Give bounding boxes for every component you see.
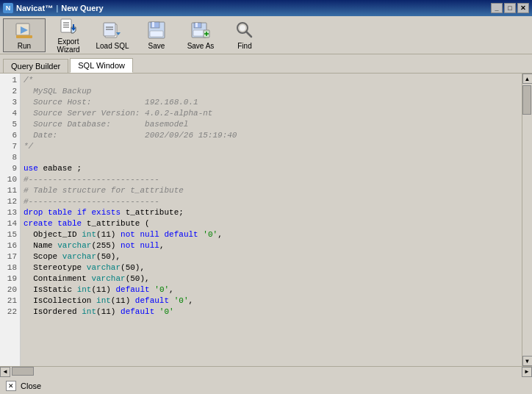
export-wizard-label: Export Wizard — [49, 37, 87, 54]
title-buttons: _ □ ✕ — [491, 3, 529, 13]
maximize-button[interactable]: □ — [504, 3, 516, 13]
code-line: #--------------------------- — [24, 174, 519, 185]
find-icon — [234, 21, 255, 40]
code-line: */ — [24, 141, 519, 152]
code-line: #--------------------------- — [24, 196, 519, 207]
run-label: Run — [18, 42, 31, 50]
tabs-bar: Query Builder SQL Window — [0, 54, 532, 74]
code-line: # Table structure for t_attribute — [24, 185, 519, 196]
status-bar: ✕ Close — [0, 376, 532, 394]
scrollbar-track[interactable] — [522, 84, 533, 356]
svg-rect-16 — [151, 22, 159, 28]
save-as-label: Save As — [187, 42, 215, 50]
svg-rect-21 — [195, 23, 198, 27]
code-line: Source Host: 192.168.0.1 — [24, 97, 519, 108]
code-line: drop table if exists t_attribute; — [24, 207, 519, 218]
load-sql-icon — [102, 21, 123, 40]
scrollbar-h-thumb[interactable] — [12, 367, 34, 376]
code-line: Source Server Version: 4.0.2-alpha-nt — [24, 108, 519, 119]
save-label: Save — [148, 42, 165, 50]
code-line: IsOrdered int(11) default '0' — [24, 307, 519, 318]
title-separator: | — [56, 4, 58, 12]
code-line: /* — [24, 75, 519, 86]
code-line: Scope varchar(50), — [24, 251, 519, 262]
svg-rect-17 — [152, 22, 154, 27]
save-button[interactable]: Save — [135, 18, 178, 52]
scroll-down-button[interactable]: ▼ — [522, 356, 533, 366]
editor-row: 12345678910111213141516171819202122 /* M… — [0, 74, 532, 366]
svg-rect-18 — [150, 31, 163, 37]
find-label: Find — [237, 42, 251, 50]
code-line — [24, 152, 519, 163]
title-bar-left: N Navicat™ | New Query — [3, 3, 104, 13]
title-bar: N Navicat™ | New Query _ □ ✕ — [0, 0, 532, 16]
svg-rect-2 — [16, 35, 32, 38]
svg-point-28 — [240, 25, 245, 31]
close-button[interactable]: ✕ — [517, 3, 529, 13]
svg-rect-3 — [61, 19, 71, 32]
code-line: IsStatic int(11) default '0', — [24, 284, 519, 296]
app-name: Navicat™ — [16, 4, 53, 12]
scrollbar-h-track[interactable] — [10, 367, 522, 377]
vertical-scrollbar: ▲ ▼ — [522, 74, 532, 366]
load-sql-button[interactable]: Load SQL — [91, 18, 134, 52]
code-line: Name varchar(255) not null, — [24, 240, 519, 251]
horizontal-scrollbar: ◄ ► — [0, 366, 532, 376]
code-line: IsCollection int(11) default '0', — [24, 296, 519, 307]
main-area: 12345678910111213141516171819202122 /* M… — [0, 74, 532, 376]
scroll-right-button[interactable]: ► — [522, 367, 532, 377]
minimize-button[interactable]: _ — [491, 3, 503, 13]
code-line: use eabase ; — [24, 163, 519, 174]
code-line: Object_ID int(11) not null default '0', — [24, 229, 519, 240]
tab-sql-window[interactable]: SQL Window — [70, 58, 133, 73]
code-line: Date: 2002/09/26 15:19:40 — [24, 130, 519, 141]
code-line: Containment varchar(50), — [24, 273, 519, 284]
save-as-button[interactable]: Save As — [179, 18, 222, 52]
close-icon: ✕ — [6, 381, 16, 391]
scroll-left-button[interactable]: ◄ — [0, 367, 10, 377]
code-editor[interactable]: /* MySQL Backup Source Host: 192.168.0.1… — [21, 74, 522, 366]
code-line: Source Database: basemodel — [24, 119, 519, 130]
find-button[interactable]: Find — [223, 18, 266, 52]
code-line: Stereotype varchar(50), — [24, 262, 519, 273]
save-icon — [146, 21, 167, 40]
tab-query-builder[interactable]: Query Builder — [3, 59, 68, 73]
close-label[interactable]: Close — [21, 382, 41, 390]
scrollbar-thumb[interactable] — [522, 85, 531, 115]
window-title: New Query — [61, 4, 103, 12]
save-as-icon — [190, 21, 211, 40]
code-line: MySQL Backup — [24, 86, 519, 97]
app-icon: N — [3, 3, 13, 13]
scroll-up-button[interactable]: ▲ — [522, 74, 533, 84]
svg-line-27 — [246, 32, 251, 37]
export-wizard-icon — [58, 17, 79, 36]
run-icon — [14, 21, 35, 40]
toolbar: Run Export Wizard Load — [0, 16, 532, 54]
code-line: create table t_attribute ( — [24, 218, 519, 229]
load-sql-label: Load SQL — [96, 42, 129, 50]
run-button[interactable]: Run — [3, 18, 46, 52]
export-wizard-button[interactable]: Export Wizard — [47, 18, 90, 52]
line-numbers: 12345678910111213141516171819202122 — [0, 74, 21, 366]
